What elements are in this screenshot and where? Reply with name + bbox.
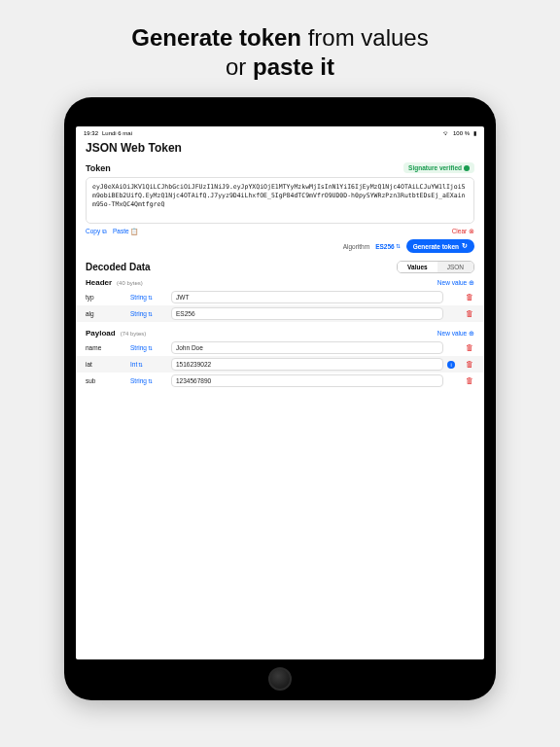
kv-value-input[interactable]: 1516239022 (171, 358, 443, 371)
kv-type-picker[interactable]: String⇅ (130, 344, 167, 351)
kv-type-picker[interactable]: String⇅ (130, 377, 167, 384)
copy-button[interactable]: Copy ⧉ (86, 228, 107, 235)
payload-bytes: (74 bytes) (121, 331, 147, 337)
wifi-icon: ᯤ (443, 130, 449, 136)
decoded-title: Decoded Data (86, 262, 151, 272)
kv-value-input[interactable]: 1234567890 (171, 374, 443, 387)
paste-button[interactable]: Paste 📋 (113, 228, 138, 235)
status-date: Lundi 6 mai (102, 130, 132, 136)
check-icon (464, 165, 470, 171)
delete-row-button[interactable]: 🗑 (465, 293, 474, 302)
kv-type-picker[interactable]: Int⇅ (130, 361, 167, 368)
kv-key: iat (86, 361, 126, 368)
chevron-updown-icon: ⇅ (148, 310, 153, 317)
status-bar: 19:32 Lundi 6 mai ᯤ 100 % ▮ (76, 126, 484, 137)
status-time: 19:32 (84, 130, 98, 136)
payload-label: Payload (86, 329, 116, 338)
refresh-icon: ↻ (462, 242, 468, 250)
clear-button[interactable]: Clear ⊗ (452, 228, 474, 235)
status-battery: 100 % (453, 130, 470, 136)
kv-type-picker[interactable]: String⇅ (130, 310, 167, 317)
token-input[interactable]: eyJ0eXAiOiJKV1QiLCJhbGciOiJFUzI1NiJ9.eyJ… (86, 177, 474, 224)
header-bytes: (40 bytes) (117, 280, 143, 286)
info-icon[interactable]: i (447, 361, 455, 369)
home-button[interactable] (268, 667, 292, 691)
chevron-updown-icon: ⇅ (396, 243, 401, 249)
segment-values[interactable]: Values (398, 262, 438, 272)
delete-row-button[interactable]: 🗑 (465, 360, 474, 369)
header-new-value-button[interactable]: New value ⊕ (438, 279, 474, 287)
kv-row: typString⇅JWT🗑 (76, 289, 484, 305)
kv-value-input[interactable]: ES256 (171, 307, 443, 320)
segment-json[interactable]: JSON (438, 262, 473, 272)
chevron-updown-icon: ⇅ (138, 361, 143, 368)
delete-row-button[interactable]: 🗑 (465, 309, 474, 318)
delete-row-button[interactable]: 🗑 (465, 376, 474, 385)
chevron-updown-icon: ⇅ (148, 377, 153, 384)
algorithm-picker[interactable]: ES256 ⇅ (375, 243, 401, 250)
kv-key: sub (86, 377, 126, 384)
battery-icon: ▮ (473, 129, 476, 136)
kv-row: nameString⇅John Doe🗑 (76, 339, 484, 356)
header-label: Header (86, 278, 112, 287)
screen: 19:32 Lundi 6 mai ᯤ 100 % ▮ JSON Web Tok… (76, 126, 484, 659)
kv-value-input[interactable]: John Doe (171, 341, 443, 354)
payload-new-value-button[interactable]: New value ⊕ (438, 330, 474, 338)
kv-value-input[interactable]: JWT (171, 291, 443, 303)
algorithm-label: Algorithm (343, 243, 369, 250)
kv-key: name (86, 344, 126, 351)
kv-type-picker[interactable]: String⇅ (130, 294, 167, 301)
kv-key: typ (86, 294, 126, 301)
token-section-label: Token (86, 163, 111, 173)
kv-key: alg (86, 310, 126, 317)
delete-row-button[interactable]: 🗑 (465, 343, 474, 352)
chevron-updown-icon: ⇅ (148, 294, 153, 301)
view-segmented-control[interactable]: Values JSON (397, 261, 474, 273)
kv-row: subString⇅1234567890🗑 (76, 373, 484, 389)
kv-row: algString⇅ES256🗑 (76, 305, 484, 322)
signature-verified-badge: Signature verified (403, 162, 474, 173)
chevron-updown-icon: ⇅ (148, 344, 153, 351)
marketing-headline: Generate token from values or paste it (0, 0, 560, 97)
kv-row: iatInt⇅1516239022i🗑 (76, 356, 484, 373)
page-title: JSON Web Token (76, 137, 484, 159)
ipad-frame: 19:32 Lundi 6 mai ᯤ 100 % ▮ JSON Web Tok… (64, 97, 496, 700)
generate-token-button[interactable]: Generate token ↻ (406, 239, 474, 253)
